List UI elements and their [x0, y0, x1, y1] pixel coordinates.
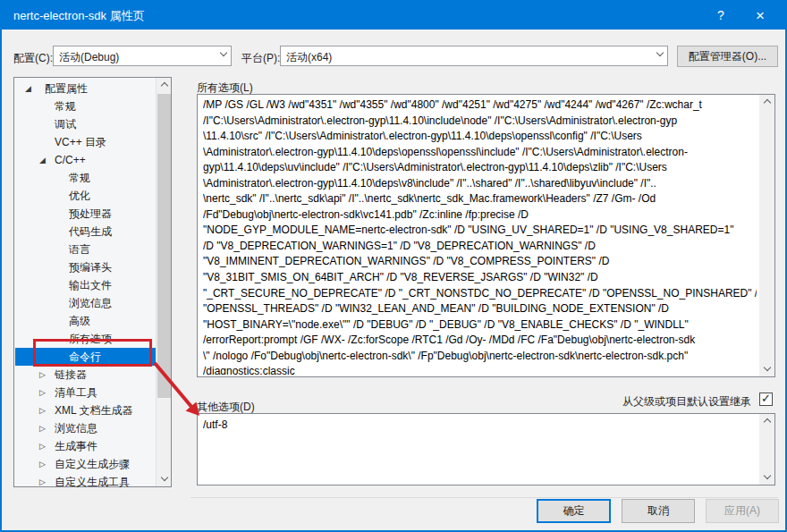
inherit-label: 从父级或项目默认设置继承 — [622, 394, 751, 410]
tree-item-label: 浏览信息 — [55, 422, 97, 435]
tree-item-label: 输出文件 — [69, 279, 112, 291]
tree-item[interactable]: ◢C/C++ — [15, 151, 157, 169]
scroll-up-icon[interactable] — [759, 414, 774, 429]
tree-item[interactable]: 浏览信息 — [15, 294, 157, 312]
tree-item-label: 调试 — [55, 118, 76, 131]
tree-item-label: 自定义生成步骤 — [55, 458, 130, 470]
tree-item-label: 代码生成 — [69, 225, 112, 238]
scroll-up-icon[interactable] — [157, 78, 172, 93]
tree-item-label: 清单工具 — [55, 386, 97, 399]
tree-item[interactable]: ▷自定义生成步骤 — [15, 455, 157, 473]
title-bar: nertc-electron-sdk 属性页 ? × — [2, 2, 785, 30]
configuration-dropdown[interactable]: 活动(Debug) — [53, 46, 232, 66]
divider — [190, 497, 778, 498]
tree-item-label: 配置属性 — [45, 82, 88, 95]
tree-item[interactable]: 预编译头 — [15, 258, 157, 276]
scroll-down-icon[interactable] — [157, 471, 172, 486]
all-options-text: /MP /GS /GL /W3 /wd"4351" /wd"4355" /wd"… — [203, 97, 757, 375]
tree-collapsed-icon[interactable]: ▷ — [39, 455, 46, 473]
tree-item-label: VC++ 目录 — [55, 136, 106, 148]
inherit-checkbox[interactable]: ✓ — [759, 393, 773, 406]
apply-button: 应用(A) — [706, 499, 779, 523]
tree-item[interactable]: ▷XML 文档生成器 — [15, 401, 157, 419]
tree-item[interactable]: 语言 — [15, 241, 157, 258]
additional-options-scrollbar[interactable] — [759, 414, 774, 485]
tree-scrollbar-thumb[interactable] — [157, 94, 171, 398]
scroll-up-icon[interactable] — [759, 95, 774, 110]
tree-item[interactable]: 代码生成 — [15, 223, 157, 241]
tree-item[interactable]: 优化 — [15, 187, 157, 205]
tree-item-label: 自定义生成工具 — [55, 476, 130, 488]
tree-expanded-icon[interactable]: ◢ — [25, 80, 31, 97]
platform-dropdown[interactable]: 活动(x64) — [280, 46, 668, 66]
configuration-value: 活动(Debug) — [59, 50, 119, 65]
tree-item[interactable]: ▷自定义生成工具 — [15, 473, 157, 491]
tree-collapsed-icon[interactable]: ▷ — [39, 419, 46, 437]
all-options-scrollbar[interactable] — [759, 95, 774, 376]
tree-collapsed-icon[interactable]: ▷ — [39, 384, 46, 401]
tree-item[interactable]: 常规 — [15, 169, 157, 187]
platform-value: 活动(x64) — [286, 50, 332, 65]
tree-item[interactable]: ▷链接器 — [15, 366, 157, 384]
tree-item[interactable]: VC++ 目录 — [15, 133, 157, 151]
cancel-button[interactable]: 取消 — [622, 499, 695, 523]
tree-collapsed-icon[interactable]: ▷ — [39, 366, 46, 384]
tree-item-label: 优化 — [69, 190, 90, 202]
tree-item[interactable]: 预处理器 — [15, 205, 157, 223]
tree-collapsed-icon[interactable]: ▷ — [39, 401, 46, 419]
tree-item[interactable]: ▷浏览信息 — [15, 419, 157, 437]
annotation-highlight-box — [33, 339, 152, 367]
tree-scrollbar[interactable] — [156, 78, 171, 486]
tree-item[interactable]: 常规 — [15, 97, 157, 115]
tree-item-label: 高级 — [69, 315, 90, 327]
tree-item-label: 生成事件 — [55, 440, 97, 452]
tree-item-label: XML 文档生成器 — [55, 404, 133, 417]
tree-item[interactable]: 输出文件 — [15, 276, 157, 294]
tree-item[interactable]: 高级 — [15, 312, 157, 330]
additional-options-box[interactable]: /utf-8 — [197, 413, 775, 486]
chevron-down-icon — [221, 53, 226, 55]
tree-item-label: 预处理器 — [69, 207, 112, 220]
scroll-down-icon[interactable] — [759, 469, 774, 485]
configuration-label: 配置(C): — [13, 51, 53, 66]
tree-collapsed-icon[interactable]: ▷ — [39, 437, 46, 455]
tree-item[interactable]: 调试 — [15, 115, 157, 133]
scroll-down-icon[interactable] — [759, 361, 774, 376]
tree-item-label: 语言 — [69, 243, 90, 256]
tree-item-label: C/C++ — [55, 154, 86, 166]
additional-options-value: /utf-8 — [203, 418, 227, 431]
tree-collapsed-icon[interactable]: ▷ — [39, 473, 46, 491]
help-icon[interactable]: ? — [703, 2, 739, 30]
tree-item[interactable]: ◢配置属性 — [15, 80, 157, 97]
ok-button[interactable]: 确定 — [537, 499, 611, 523]
tree-item-label: 常规 — [69, 172, 90, 184]
tree-item-label: 预编译头 — [69, 261, 112, 274]
tree-item-label: 浏览信息 — [69, 297, 112, 309]
chevron-down-icon — [657, 53, 663, 55]
platform-label: 平台(P): — [241, 51, 280, 66]
tree-item[interactable]: ▷生成事件 — [15, 437, 157, 455]
tree-item-label: 链接器 — [55, 368, 87, 381]
tree-expanded-icon[interactable]: ◢ — [39, 151, 46, 169]
tree-item-label: 常规 — [55, 100, 76, 113]
dialog-title: nertc-electron-sdk 属性页 — [13, 8, 145, 24]
config-tree: ◢配置属性常规调试VC++ 目录◢C/C++常规优化预处理器代码生成语言预编译头… — [15, 80, 157, 491]
tree-item[interactable]: ▷清单工具 — [15, 384, 157, 401]
config-tree-panel: ◢配置属性常规调试VC++ 目录◢C/C++常规优化预处理器代码生成语言预编译头… — [13, 77, 172, 487]
configuration-manager-button[interactable]: 配置管理器(O)... — [677, 46, 778, 67]
all-options-box[interactable]: /MP /GS /GL /W3 /wd"4351" /wd"4355" /wd"… — [197, 94, 775, 377]
check-icon: ✓ — [761, 392, 771, 405]
property-pages-dialog: nertc-electron-sdk 属性页 ? × 配置(C): 活动(Deb… — [0, 0, 787, 532]
close-icon[interactable]: × — [742, 2, 778, 30]
